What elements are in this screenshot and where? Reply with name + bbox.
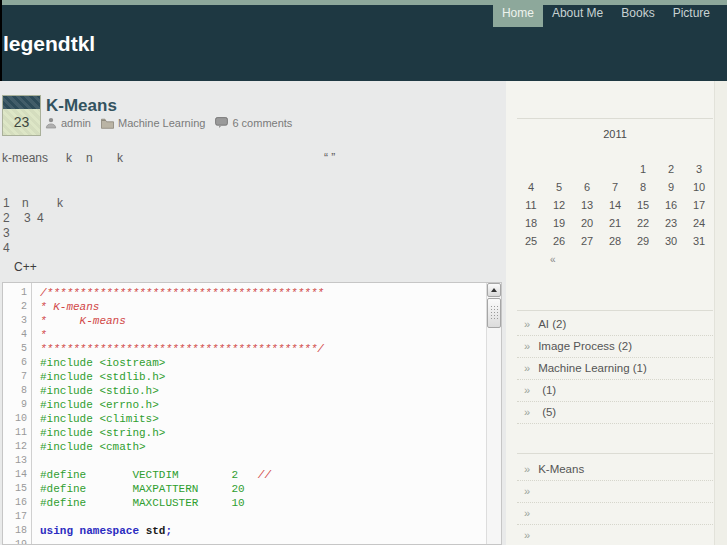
meta-comments[interactable]: 6 comments	[215, 117, 292, 129]
code-line: 15#define MAXPATTERN 20	[3, 482, 485, 496]
text-fragment: n	[22, 196, 29, 210]
calendar-day: 7	[601, 178, 629, 196]
calendar-day: 14	[601, 196, 629, 214]
category-list: »AI (2)»Image Process (2)»Machine Learni…	[517, 314, 713, 424]
calendar-day: 29	[629, 232, 657, 250]
code-line: 6#include <iostream>	[3, 356, 485, 370]
calendar-day: 5	[545, 178, 573, 196]
double-chevron-icon: »	[524, 406, 530, 418]
line-number: 16	[3, 496, 35, 510]
text-fragment: 3	[3, 226, 10, 240]
code-line: 8#include <stdio.h>	[3, 384, 485, 398]
text-fragment: 3	[24, 211, 31, 225]
line-number: 14	[3, 468, 35, 482]
calendar-day: 8	[629, 178, 657, 196]
double-chevron-icon: »	[524, 318, 530, 330]
sidebar-list-item[interactable]: »	[517, 525, 713, 545]
calendar-day: 10	[685, 178, 713, 196]
line-number: 19	[3, 538, 35, 545]
scroll-up-button[interactable]	[487, 283, 501, 297]
line-number: 6	[3, 356, 35, 370]
code-line: 14#define VECTDIM 2 //	[3, 468, 485, 482]
calendar-day: 20	[573, 214, 601, 232]
post-title[interactable]: K-Means	[46, 96, 117, 116]
calendar-empty-cell	[517, 160, 545, 178]
sidebar-list-item[interactable]: »	[517, 503, 713, 525]
meta-category[interactable]: Machine Learning	[101, 117, 205, 129]
meta-author[interactable]: admin	[45, 117, 91, 129]
calendar-day: 15	[629, 196, 657, 214]
text-fragment: k	[117, 151, 123, 165]
calendar-day: 25	[517, 232, 545, 250]
post-meta: admin Machine Learning 6 comments	[45, 117, 302, 129]
sidebar-list-item[interactable]: »Image Process (2)	[517, 336, 713, 358]
sidebar-list-item[interactable]: »	[517, 481, 713, 503]
sidebar-list-item[interactable]: »(1)	[517, 380, 713, 402]
line-number: 5	[3, 342, 35, 356]
calendar-day: 17	[685, 196, 713, 214]
page-right-edge	[714, 81, 727, 545]
sidebar-list-item[interactable]: »K-Means	[517, 459, 713, 481]
code-line: 17	[3, 510, 485, 524]
code-line: 11#include <string.h>	[3, 426, 485, 440]
text-fragment: 4	[37, 211, 44, 225]
nav-item-about-me[interactable]: About Me	[543, 0, 612, 27]
calendar-year: 2011	[517, 128, 713, 140]
code-line: 7#include <stdlib.h>	[3, 370, 485, 384]
code-lines: 1/**************************************…	[3, 286, 485, 545]
code-line: 5***************************************…	[3, 342, 485, 356]
line-number: 2	[3, 300, 35, 314]
calendar-empty-cell	[601, 160, 629, 178]
sidebar-list-item[interactable]: »AI (2)	[517, 314, 713, 336]
calendar-day: 16	[657, 196, 685, 214]
code-scrollbar[interactable]	[486, 283, 501, 544]
nav-item-picture[interactable]: Picture	[664, 0, 719, 27]
site-title[interactable]: legendtkl	[3, 32, 95, 56]
code-line: 2* K-means	[3, 300, 485, 314]
text-fragment: n	[86, 151, 93, 165]
calendar-day: 12	[545, 196, 573, 214]
text-fragment: k	[66, 151, 72, 165]
nav-item-home[interactable]: Home	[493, 0, 543, 27]
calendar-day: 2	[657, 160, 685, 178]
calendar-day: 11	[517, 196, 545, 214]
code-line: 19	[3, 538, 485, 545]
code-line: 13	[3, 454, 485, 468]
code-line: 1/**************************************…	[3, 286, 485, 300]
nav-item-books[interactable]: Books	[612, 0, 663, 27]
double-chevron-icon: »	[524, 507, 530, 519]
calendar-day: 24	[685, 214, 713, 232]
line-number: 18	[3, 524, 35, 538]
sidebar-list-item[interactable]: »Machine Learning (1)	[517, 358, 713, 380]
calendar-day: 21	[601, 214, 629, 232]
double-chevron-icon: »	[524, 340, 530, 352]
list-line: 234	[0, 211, 504, 226]
code-line: 3* K-means	[3, 314, 485, 328]
code-line: 4*	[3, 328, 485, 342]
list-line: 4	[0, 241, 504, 256]
double-chevron-icon: »	[524, 463, 530, 475]
date-badge-day: 23	[3, 109, 40, 135]
calendar-prev-link[interactable]: «	[550, 254, 556, 265]
sidebar-list-item[interactable]: »(5)	[517, 402, 713, 424]
text-fragment: 4	[3, 241, 10, 255]
sidebar-item-label: Image Process (2)	[538, 340, 632, 352]
text-fragment: k	[57, 196, 63, 210]
line-number: 13	[3, 454, 35, 468]
user-icon	[45, 117, 57, 129]
calendar-day: 4	[517, 178, 545, 196]
scroll-thumb[interactable]	[487, 298, 501, 328]
meta-category-label: Machine Learning	[118, 117, 205, 129]
date-badge-header	[3, 96, 40, 109]
line-number: 17	[3, 510, 35, 524]
main-nav: HomeAbout MeBooksPicture	[493, 0, 719, 27]
double-chevron-icon: »	[524, 529, 530, 541]
text-fragment: k-means	[2, 151, 48, 165]
calendar-grid: 1234567891011121314151617181920212223242…	[517, 160, 713, 250]
sidebar-divider	[517, 310, 713, 311]
sidebar-item-label: Machine Learning (1)	[538, 362, 647, 374]
calendar-day: 19	[545, 214, 573, 232]
calendar-day: 18	[517, 214, 545, 232]
arrow-up-icon	[491, 288, 497, 292]
line-number: 10	[3, 412, 35, 426]
